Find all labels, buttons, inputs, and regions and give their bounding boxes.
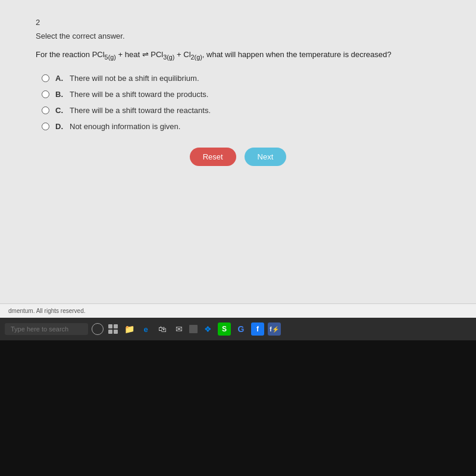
option-c-text: There will be a shift toward the reactan…	[70, 106, 211, 115]
option-d[interactable]: D. Not enough information is given.	[42, 122, 440, 131]
option-d-text: Not enough information is given.	[70, 122, 180, 131]
grid-icon[interactable]	[108, 324, 118, 334]
option-c[interactable]: C. There will be a shift toward the reac…	[42, 106, 440, 115]
mail-icon[interactable]: ✉	[173, 322, 186, 336]
folder-icon[interactable]: 📁	[123, 322, 136, 336]
radio-d[interactable]	[42, 123, 49, 130]
question-number: 2	[36, 18, 440, 27]
option-c-label: C.	[55, 106, 66, 115]
footer-text: dmentum. All rights reserved.	[8, 308, 86, 314]
dark-bottom-area	[0, 340, 476, 476]
option-a-text: There will not be a shift in equilibrium…	[70, 74, 199, 83]
taskbar: 📁 e 🛍 ✉ ❖ S G f f⚡	[0, 318, 476, 340]
option-a[interactable]: A. There will not be a shift in equilibr…	[42, 74, 440, 83]
radio-b[interactable]	[42, 90, 49, 98]
grid-cell	[114, 324, 118, 328]
search-circle-icon[interactable]	[92, 323, 104, 335]
option-d-label: D.	[55, 122, 66, 131]
radio-c[interactable]	[42, 107, 49, 114]
google-icon[interactable]: G	[234, 322, 248, 336]
square-icon[interactable]	[189, 325, 198, 333]
instruction: Select the correct answer.	[36, 32, 440, 40]
option-b[interactable]: B. There will be a shift toward the prod…	[42, 90, 440, 99]
facebook2-icon[interactable]: f⚡	[268, 322, 281, 336]
question-text: For the reaction PCl5(g) + heat ⇌ PCl3(g…	[36, 49, 440, 62]
bag-icon[interactable]: 🛍	[156, 322, 169, 336]
main-content: 2 Select the correct answer. For the rea…	[0, 0, 476, 303]
option-a-label: A.	[55, 74, 66, 83]
grid-cell	[108, 330, 112, 334]
option-b-text: There will be a shift toward the product…	[70, 90, 208, 99]
screen: 2 Select the correct answer. For the rea…	[0, 0, 476, 476]
radio-a[interactable]	[42, 74, 49, 82]
footer-bar: dmentum. All rights reserved.	[0, 303, 476, 318]
reset-button[interactable]: Reset	[190, 148, 236, 166]
next-button[interactable]: Next	[245, 148, 287, 166]
buttons-row: Reset Next	[36, 148, 440, 166]
grid-cell	[108, 324, 112, 328]
facebook-icon[interactable]: f	[251, 322, 264, 336]
taskbar-search-input[interactable]	[5, 323, 88, 335]
s-icon[interactable]: S	[218, 322, 231, 336]
edge-icon[interactable]: e	[139, 322, 152, 336]
dropbox-icon[interactable]: ❖	[201, 322, 214, 336]
grid-cell	[114, 330, 118, 334]
options-list: A. There will not be a shift in equilibr…	[42, 74, 440, 131]
option-b-label: B.	[55, 90, 66, 99]
